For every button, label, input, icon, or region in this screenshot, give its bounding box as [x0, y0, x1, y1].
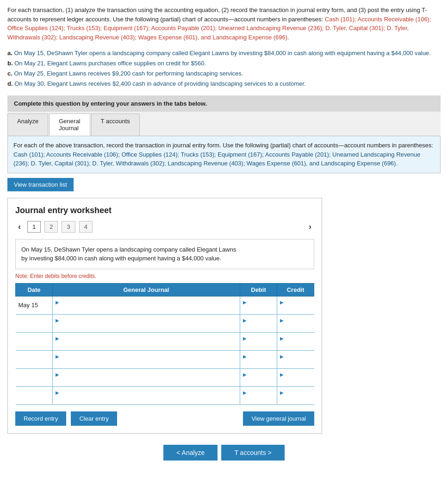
tab-general-journal[interactable]: GeneralJournal	[49, 114, 90, 136]
triangle-icon-1: ▶	[56, 300, 59, 305]
header-debit: Debit	[240, 283, 277, 296]
tab-t-accounts[interactable]: T accounts	[91, 114, 140, 136]
debit-cell-5[interactable]: ▶	[240, 368, 277, 386]
debit-input-4[interactable]	[243, 360, 274, 366]
date-cell-3	[16, 332, 53, 350]
general-input-1[interactable]	[56, 306, 237, 312]
transaction-b: b. On May 21, Elegant Lawns purchases of…	[7, 58, 441, 69]
transactions-list: a. On May 15, DeShawn Tyler opens a land…	[7, 48, 441, 89]
view-general-journal-button[interactable]: View general journal	[243, 411, 314, 426]
debit-cell-2[interactable]: ▶	[240, 314, 277, 332]
table-row: ▶ ▶ ▶	[16, 368, 314, 386]
general-cell-3[interactable]: ▶	[53, 332, 240, 350]
general-input-5[interactable]	[56, 378, 237, 385]
date-cell-2	[16, 314, 53, 332]
credit-cell-5[interactable]: ▶	[277, 368, 314, 386]
tab-content-box: For each of the above transaction, recor…	[7, 136, 441, 173]
triangle-icon-credit-4: ▶	[280, 354, 284, 359]
view-transaction-button[interactable]: View transaction list	[7, 178, 74, 191]
header-general: General Journal	[53, 283, 240, 296]
triangle-icon-debit-1: ▶	[243, 300, 247, 305]
table-row: ▶ ▶ ▶	[16, 350, 314, 368]
triangle-icon-debit-5: ▶	[243, 372, 247, 377]
debit-cell-6[interactable]: ▶	[240, 386, 277, 404]
table-row: ▶ ▶ ▶	[16, 314, 314, 332]
triangle-icon-6: ▶	[56, 390, 59, 395]
triangle-icon-credit-3: ▶	[280, 336, 284, 341]
triangle-icon-credit-6: ▶	[280, 390, 284, 395]
pagination: ‹ 1 2 3 4 ›	[15, 221, 314, 233]
tab-analyze[interactable]: Analyze	[7, 114, 48, 136]
general-input-3[interactable]	[56, 342, 237, 348]
general-cell-2[interactable]: ▶	[53, 314, 240, 332]
general-cell-6[interactable]: ▶	[53, 386, 240, 404]
general-cell-4[interactable]: ▶	[53, 350, 240, 368]
general-input-4[interactable]	[56, 360, 237, 366]
triangle-icon-debit-2: ▶	[243, 318, 247, 323]
bottom-t-accounts-button[interactable]: T accounts >	[221, 445, 284, 461]
page-1[interactable]: 1	[27, 221, 41, 233]
transaction-c: c. On May 25, Elegant Lawns receives $9,…	[7, 69, 441, 79]
record-entry-button[interactable]: Record entry	[15, 411, 66, 426]
credit-input-5[interactable]	[280, 378, 311, 385]
date-cell-6	[16, 386, 53, 404]
triangle-icon-credit-5: ▶	[280, 372, 284, 377]
table-row: May 15 ▶ ▶ ▶	[16, 296, 314, 314]
clear-entry-button[interactable]: Clear entry	[71, 411, 117, 426]
triangle-icon-debit-6: ▶	[243, 390, 247, 395]
credit-input-2[interactable]	[280, 324, 311, 330]
header-date: Date	[16, 283, 53, 296]
general-cell-5[interactable]: ▶	[53, 368, 240, 386]
action-buttons: Record entry Clear entry View general jo…	[15, 411, 314, 426]
debit-input-1[interactable]	[243, 306, 274, 312]
header-credit: Credit	[277, 283, 314, 296]
transaction-a: a. On May 15, DeShawn Tyler opens a land…	[7, 48, 441, 58]
transaction-description: On May 15, DeShawn Tyler opens a landsca…	[15, 239, 314, 269]
debit-cell-3[interactable]: ▶	[240, 332, 277, 350]
bottom-analyze-button[interactable]: < Analyze	[163, 445, 218, 461]
general-cell-1[interactable]: ▶	[53, 296, 240, 314]
note-text: Note: Enter debits before credits.	[15, 273, 314, 279]
triangle-icon-4: ▶	[56, 354, 59, 359]
debit-input-5[interactable]	[243, 378, 274, 385]
page-3[interactable]: 3	[62, 221, 75, 233]
credit-input-6[interactable]	[280, 396, 311, 403]
intro-section: For each transaction, (1) analyze the tr…	[7, 6, 441, 42]
transaction-d: d. On May 30, Elegant Lawns receives $2,…	[7, 79, 441, 89]
general-input-2[interactable]	[56, 324, 237, 330]
debit-cell-4[interactable]: ▶	[240, 350, 277, 368]
debit-input-2[interactable]	[243, 324, 274, 330]
worksheet-title: Journal entry worksheet	[15, 206, 314, 215]
credit-cell-1[interactable]: ▶	[277, 296, 314, 314]
page-2[interactable]: 2	[44, 221, 58, 233]
triangle-icon-debit-3: ▶	[243, 336, 247, 341]
table-row: ▶ ▶ ▶	[16, 386, 314, 404]
triangle-icon-credit-1: ▶	[280, 300, 284, 305]
triangle-icon-debit-4: ▶	[243, 354, 247, 359]
credit-cell-6[interactable]: ▶	[277, 386, 314, 404]
general-input-6[interactable]	[56, 396, 237, 403]
debit-cell-1[interactable]: ▶	[240, 296, 277, 314]
credit-input-1[interactable]	[280, 306, 311, 312]
prev-page-arrow[interactable]: ‹	[15, 221, 24, 233]
triangle-icon-3: ▶	[56, 336, 59, 341]
worksheet-container: Journal entry worksheet ‹ 1 2 3 4 › On M…	[7, 198, 322, 434]
date-cell-4	[16, 350, 53, 368]
credit-cell-2[interactable]: ▶	[277, 314, 314, 332]
complete-bar: Complete this question by entering your …	[7, 95, 441, 112]
debit-input-3[interactable]	[243, 342, 274, 348]
journal-table: Date General Journal Debit Credit May 15…	[15, 283, 314, 405]
debit-input-6[interactable]	[243, 396, 274, 403]
page-4[interactable]: 4	[79, 221, 93, 233]
triangle-icon-credit-2: ▶	[280, 318, 284, 323]
bottom-nav: < Analyze T accounts >	[7, 445, 441, 461]
credit-cell-4[interactable]: ▶	[277, 350, 314, 368]
date-cell-1: May 15	[16, 296, 53, 314]
credit-input-3[interactable]	[280, 342, 311, 348]
triangle-icon-5: ▶	[56, 372, 59, 377]
credit-input-4[interactable]	[280, 360, 311, 366]
triangle-icon-2: ▶	[56, 318, 59, 323]
credit-cell-3[interactable]: ▶	[277, 332, 314, 350]
next-page-arrow[interactable]: ›	[306, 221, 314, 233]
table-row: ▶ ▶ ▶	[16, 332, 314, 350]
